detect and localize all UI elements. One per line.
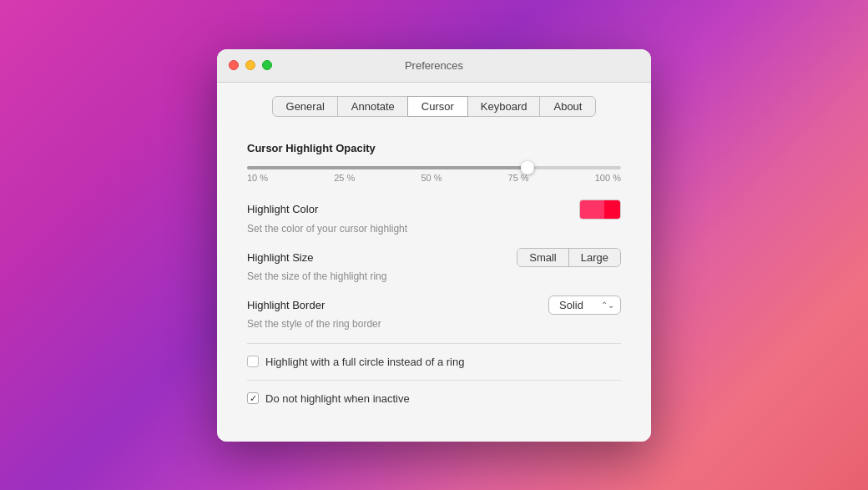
color-swatch[interactable]	[579, 200, 621, 220]
size-small-button[interactable]: Small	[517, 249, 568, 266]
slider-thumb[interactable]	[521, 161, 534, 174]
maximize-button[interactable]	[262, 60, 272, 70]
close-button[interactable]	[229, 60, 239, 70]
highlight-border-label: Highlight Border	[247, 299, 325, 311]
window-controls	[229, 60, 272, 70]
highlight-size-row: Highlight Size Small Large	[247, 248, 621, 267]
highlight-border-row: Highlight Border Solid Dashed Dotted ⌃⌄	[247, 296, 621, 315]
tab-bar: General Annotate Cursor Keyboard About	[217, 83, 651, 125]
opacity-slider-container: 10 % 25 % 50 % 75 % 100 %	[247, 166, 621, 183]
tab-cursor[interactable]: Cursor	[407, 96, 468, 117]
slider-labels: 10 % 25 % 50 % 75 % 100 %	[247, 173, 621, 183]
window-title: Preferences	[405, 59, 463, 72]
tab-general[interactable]: General	[272, 96, 339, 117]
content-area: Cursor Highlight Opacity 10 % 25 % 50 % …	[217, 125, 651, 442]
checkbox-inactive-label: Do not highlight when inactive	[265, 392, 410, 405]
highlight-border-desc: Set the style of the ring border	[247, 318, 621, 330]
size-large-button[interactable]: Large	[568, 249, 620, 266]
checkbox-inactive[interactable]: ✓	[247, 392, 259, 404]
checkbox-fullcircle-row: Highlight with a full circle instead of …	[247, 356, 621, 368]
tab-about[interactable]: About	[539, 96, 596, 117]
preferences-window: Preferences General Annotate Cursor Keyb…	[217, 49, 651, 442]
divider-1	[247, 343, 621, 344]
color-swatch-right	[604, 200, 620, 219]
checkmark-icon: ✓	[250, 394, 257, 403]
highlight-color-desc: Set the color of your cursor highlight	[247, 223, 621, 235]
opacity-section-title: Cursor Highlight Opacity	[247, 142, 621, 154]
tab-keyboard[interactable]: Keyboard	[467, 96, 542, 117]
tab-annotate[interactable]: Annotate	[337, 96, 409, 117]
checkbox-fullcircle[interactable]	[247, 356, 259, 367]
border-select[interactable]: Solid Dashed Dotted	[548, 296, 621, 315]
titlebar: Preferences	[217, 49, 651, 83]
highlight-size-desc: Set the size of the highlight ring	[247, 270, 621, 282]
highlight-color-label: Highlight Color	[247, 203, 318, 215]
border-select-wrapper: Solid Dashed Dotted ⌃⌄	[548, 296, 621, 315]
highlight-size-label: Highlight Size	[247, 251, 314, 264]
checkbox-fullcircle-label: Highlight with a full circle instead of …	[265, 356, 464, 368]
highlight-color-row: Highlight Color	[247, 200, 621, 220]
slider-fill	[247, 166, 527, 169]
minimize-button[interactable]	[245, 60, 255, 70]
slider-track[interactable]	[247, 166, 621, 169]
checkbox-inactive-row: ✓ Do not highlight when inactive	[247, 392, 621, 405]
size-button-group: Small Large	[517, 248, 621, 267]
color-swatch-left	[580, 200, 604, 219]
divider-2	[247, 380, 621, 381]
